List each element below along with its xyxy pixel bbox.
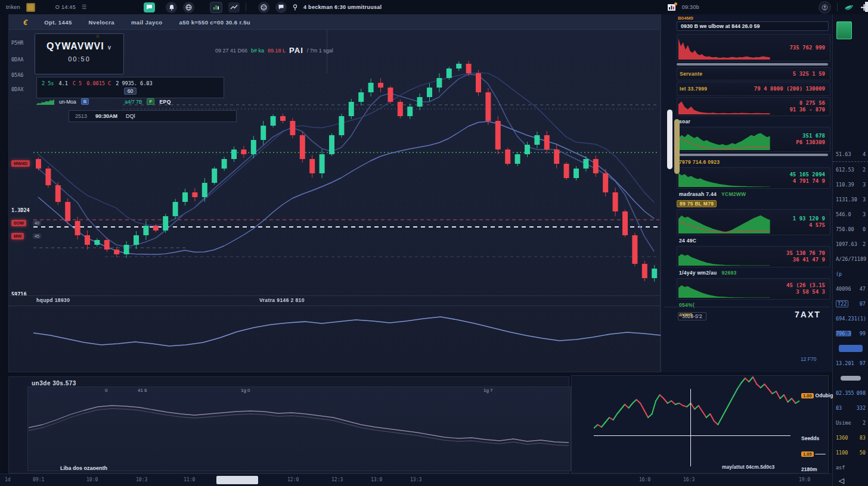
apps-grid-icon[interactable] <box>26 3 35 12</box>
window-edge-handle[interactable] <box>865 2 868 12</box>
quote-row[interactable]: 03332 <box>833 400 868 415</box>
quote-row[interactable]: 51.634 <box>833 147 868 162</box>
price-alert-badge[interactable]: MW4D <box>11 160 30 167</box>
watchlist-chart-row[interactable]: 351 678P6 130309 <box>677 127 830 152</box>
scrollbar-thumb-khaki[interactable] <box>674 119 680 174</box>
menu-item-3[interactable]: mail Jayco <box>131 19 163 26</box>
green-app-tile[interactable] <box>836 21 852 39</box>
time-tick-label: 16:0 <box>639 477 650 482</box>
quote-value: 03 <box>836 405 842 411</box>
menu-item-1[interactable]: Opt. 1445 <box>44 19 72 26</box>
mini-chart-annotation[interactable]: 2180m <box>801 466 817 472</box>
indicator-pane-chart[interactable] <box>33 308 661 370</box>
price-alert-badge[interactable]: 0OW <box>11 220 26 226</box>
scrollbar-thumb-white[interactable] <box>667 110 672 169</box>
quote-row[interactable]: 1131.303 <box>833 192 868 207</box>
quote-row[interactable]: 1097.632 <box>833 236 868 251</box>
watchlist-row[interactable]: Iet 33.799979 4 8000 (200) 130009 <box>677 82 830 96</box>
pane-divider[interactable] <box>9 295 660 296</box>
mini-chart-annotation[interactable]: 1.00Odubig <box>801 392 833 398</box>
account-icon[interactable] <box>819 1 831 14</box>
watchlist-chart-row[interactable]: 8 275 5691 36 - 870 <box>677 97 830 116</box>
filter-icon[interactable]: ☰ <box>82 4 86 10</box>
quote-row[interactable]: A/26/71189 <box>833 251 868 266</box>
price-alert-badge[interactable]: MW <box>11 233 24 239</box>
quote-row[interactable]: 110050 <box>833 445 868 460</box>
quote-row[interactable]: 110.393 <box>833 177 868 192</box>
chevron-down-icon[interactable]: ∨ <box>107 44 112 51</box>
horizontal-scrollbar-thumb[interactable] <box>216 476 258 484</box>
quote-row[interactable]: T2207 <box>833 296 868 311</box>
quote-row[interactable]: Usime2 <box>833 415 868 430</box>
watchlist-row[interactable]: Servante5 325 1 59 <box>677 67 830 80</box>
watchlist-row[interactable]: soar <box>677 117 830 126</box>
sidebar-headline[interactable]: 0930 B we ulbow at 844 26.0 59 <box>677 21 829 31</box>
menu-item-2[interactable]: Nvelocra <box>89 19 114 26</box>
quote-row[interactable]: 612.532 <box>833 162 868 177</box>
watchlist-row[interactable]: 24 49C <box>677 236 830 245</box>
row-label: Iet 33.7999 <box>677 85 709 92</box>
row-label: 24 49C <box>677 237 699 244</box>
quote-sub-value: 332 <box>857 405 866 411</box>
quote-value: (p <box>836 271 842 277</box>
quote-row[interactable]: 546.03 <box>833 207 868 222</box>
leaf-swoosh-icon[interactable] <box>844 3 854 11</box>
globe-icon[interactable] <box>183 2 194 13</box>
action-button[interactable] <box>839 345 863 352</box>
watchlist-chart-row[interactable]: 735 762 999 <box>677 34 830 61</box>
collapse-left-icon[interactable]: ◁ <box>839 476 844 485</box>
quote-row[interactable]: 694.231(1) <box>833 311 868 326</box>
watchlist-row[interactable]: 054%( <box>677 301 830 309</box>
watchlist-row[interactable]: 89 75 BL M79 <box>677 200 830 208</box>
sidebar-footer-link[interactable]: 12 F70 <box>801 356 816 362</box>
annotation-text: Odubig <box>816 392 833 398</box>
quote-sub-value: 0 <box>863 226 866 232</box>
watchlist-row[interactable]: 1/4y4y wm2/au92693 <box>677 269 830 277</box>
watchlist-chart-row[interactable]: 35 130 76 7036 41 47 9 <box>677 246 830 267</box>
row-label: 7979 714.6 0923 <box>677 158 722 166</box>
watchlist-chart-row[interactable]: 1 93 120 94 575 <box>677 209 830 235</box>
quote-value: 13.201 <box>836 360 854 366</box>
time-tick-label: 10:3 <box>136 477 147 482</box>
world-icon[interactable] <box>258 2 269 13</box>
quote-row[interactable]: 136083 <box>833 430 868 445</box>
quote-sub-value: 07 <box>860 301 866 307</box>
trading-app-window: triken O 14:45 ☰ 4 beckman 6:30 ummitruu… <box>0 0 868 486</box>
time-tick-label: 12:3 <box>331 477 343 482</box>
plot-tick-label: 41 6 <box>138 388 147 393</box>
bottom-left-title: un3de 30s.573 <box>32 380 76 387</box>
chat-icon[interactable] <box>144 2 155 13</box>
stats-icon[interactable] <box>667 4 676 11</box>
watchlist-row[interactable]: 7979 714.6 0923 <box>677 158 830 166</box>
watchlist-chart-row[interactable]: 45 (26 (3.153 58 54 3 <box>677 278 830 300</box>
quote-row[interactable]: asf <box>833 460 868 475</box>
sidebar-footer-box[interactable]: 3023-S'2 <box>678 312 706 320</box>
bell-icon[interactable] <box>166 2 177 13</box>
plot-tick-label: 1g 0 <box>241 388 250 393</box>
watchlist-chart-row[interactable]: 45 165 20944 791 74 9 <box>677 167 830 189</box>
quote-row[interactable]: 02.355098 <box>833 385 868 400</box>
quote-sub-value: 4 <box>863 151 866 157</box>
row-label: Servante <box>677 70 705 77</box>
quote-sub-value: 3 <box>863 211 866 217</box>
quote-row[interactable]: 796.399 <box>833 326 868 341</box>
watchlist-row[interactable]: madrasah 7.44YCM2WW <box>677 190 830 198</box>
quote-value: T22 <box>836 300 848 307</box>
quote-row[interactable] <box>833 341 868 356</box>
quote-value: 750.00 <box>836 226 854 232</box>
trend-arrow-icon[interactable] <box>228 2 240 13</box>
quote-row[interactable]: 13.20197 <box>833 356 868 370</box>
pin-icon[interactable] <box>293 4 297 11</box>
quote-row[interactable]: 4009647 <box>833 281 868 296</box>
annotation-text: —— <box>816 451 826 457</box>
mini-chart-icon[interactable] <box>210 2 222 13</box>
quote-row[interactable] <box>833 370 868 385</box>
mini-chart-annotation[interactable]: Seedds <box>801 435 819 441</box>
quote-row[interactable]: (p <box>833 266 868 281</box>
mini-chart-annotation[interactable]: 1.05—— <box>801 451 826 457</box>
mini-slider[interactable] <box>841 376 861 381</box>
candlestick-chart[interactable] <box>33 54 661 292</box>
quote-row[interactable]: 750.000 <box>833 222 868 236</box>
message-icon[interactable] <box>275 2 287 13</box>
menu-item-4[interactable]: a50 k=550 c=00 30.6 r.5u <box>179 19 250 26</box>
